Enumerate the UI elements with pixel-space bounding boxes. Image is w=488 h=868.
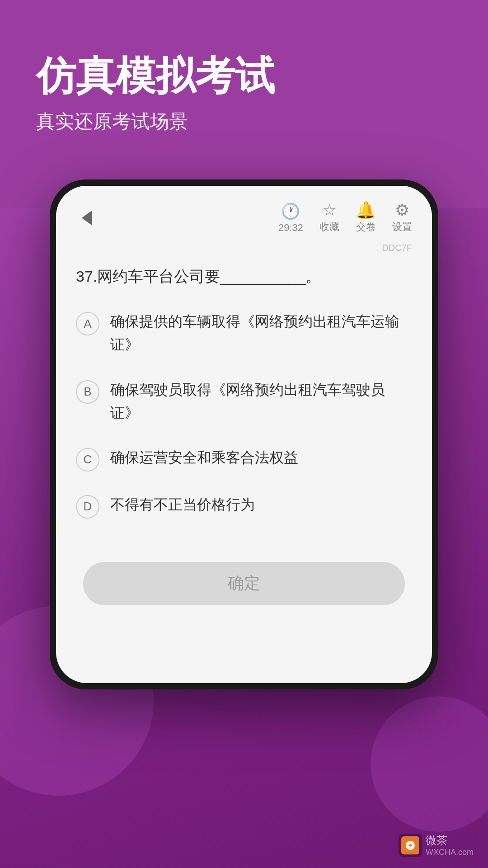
clock-icon: 🕐 <box>281 202 300 220</box>
confirm-section: 确定 <box>56 555 432 632</box>
option-a-text: 确保提供的车辆取得《网络预约出租汽车运输证》 <box>110 310 412 356</box>
watermark-icon <box>399 834 422 857</box>
watermark-text: 微茶 <box>426 833 474 848</box>
submit-action[interactable]: 🔔 交卷 <box>356 202 376 234</box>
settings-label: 设置 <box>392 220 412 234</box>
settings-action[interactable]: ⚙ 设置 <box>392 202 412 234</box>
option-c-letter: C <box>84 453 92 467</box>
options-section: A 确保提供的车辆取得《网络预约出租汽车运输证》 B 确保驾驶员取得《网络预约出… <box>56 303 432 555</box>
page-subtitle: 真实还原考试场景 <box>36 109 452 134</box>
option-c-text: 确保运营安全和乘客合法权益 <box>110 446 412 469</box>
question-text: 37.网约车平台公司要__________。 <box>76 264 412 288</box>
option-b[interactable]: B 确保驾驶员取得《网络预约出租汽车驾驶员证》 <box>76 378 412 425</box>
option-d-circle: D <box>76 495 99 519</box>
option-b-letter: B <box>84 385 91 399</box>
gear-icon: ⚙ <box>395 202 409 218</box>
option-a-circle: A <box>76 312 99 335</box>
timer-item: 🕐 29:32 <box>278 202 303 234</box>
watermark-icon-inner <box>401 836 419 854</box>
watermark-subtext: WXCHA.com <box>426 848 474 857</box>
timer-value: 29:32 <box>278 222 303 234</box>
top-actions: 🕐 29:32 ☆ 收藏 🔔 交卷 ⚙ <box>278 202 412 234</box>
phone-mockup: 🕐 29:32 ☆ 收藏 🔔 交卷 ⚙ <box>0 179 488 689</box>
favorite-action[interactable]: ☆ 收藏 <box>319 202 339 234</box>
question-section: 37.网约车平台公司要__________。 <box>56 257 432 303</box>
back-button[interactable] <box>76 207 98 229</box>
submit-label: 交卷 <box>356 220 376 234</box>
option-d-text: 不得有不正当价格行为 <box>110 493 412 516</box>
top-bar: 🕐 29:32 ☆ 收藏 🔔 交卷 ⚙ <box>56 186 432 243</box>
watermark: 微茶 WXCHA.com <box>399 833 474 857</box>
page-title: 仿真模拟考试 <box>36 54 452 98</box>
option-d[interactable]: D 不得有不正当价格行为 <box>76 493 412 519</box>
star-icon: ☆ <box>322 202 337 218</box>
bell-icon: 🔔 <box>356 202 376 218</box>
question-id-tag: DDC7F <box>382 243 412 253</box>
option-c[interactable]: C 确保运营安全和乘客合法权益 <box>76 446 412 472</box>
back-icon <box>82 211 92 225</box>
option-b-text: 确保驾驶员取得《网络预约出租汽车驾驶员证》 <box>110 378 412 425</box>
option-c-circle: C <box>76 448 99 472</box>
favorite-label: 收藏 <box>319 220 339 234</box>
option-b-circle: B <box>76 380 99 404</box>
question-id-bar: DDC7F <box>56 243 432 257</box>
confirm-button[interactable]: 确定 <box>83 562 405 605</box>
option-a-letter: A <box>84 317 91 331</box>
option-d-letter: D <box>84 500 92 514</box>
option-a[interactable]: A 确保提供的车辆取得《网络预约出租汽车运输证》 <box>76 310 412 356</box>
